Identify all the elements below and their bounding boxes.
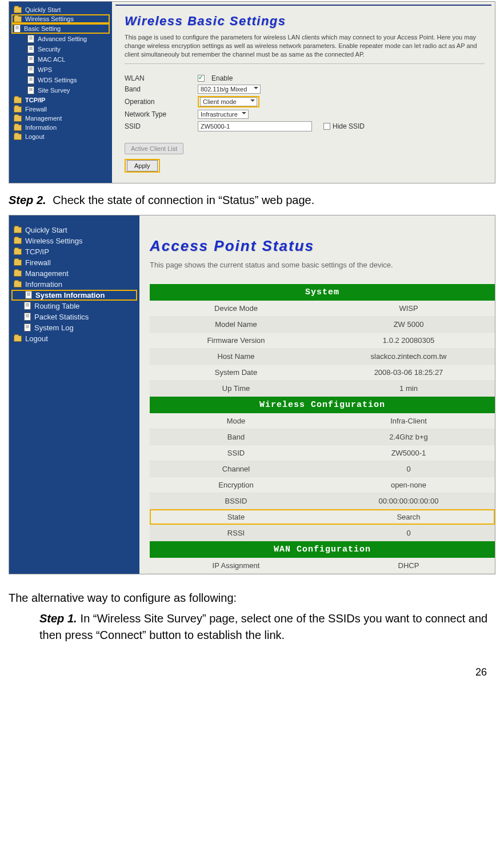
ssid-label: SSID bbox=[125, 122, 193, 130]
nav-tcpip[interactable]: TCP/IP bbox=[11, 246, 137, 257]
network-type-row: Network Type Infrastructure bbox=[125, 109, 485, 120]
nav-management[interactable]: Management bbox=[11, 114, 110, 123]
sidebar-nav: Quickly Start Wireless Settings TCP/IP F… bbox=[9, 215, 139, 574]
status-table: SystemDevice ModeWISPModel NameZW 5000Fi… bbox=[150, 284, 495, 574]
folder-icon bbox=[14, 259, 22, 266]
page-icon bbox=[27, 35, 34, 43]
page-icon bbox=[24, 313, 31, 321]
status-value: 1.0.2 20080305 bbox=[322, 332, 495, 348]
wlan-enable-checkbox[interactable] bbox=[198, 75, 205, 82]
nav-wireless-settings[interactable]: Wireless Settings bbox=[11, 14, 110, 23]
status-value: 2.4Ghz b+g bbox=[322, 429, 495, 445]
page-icon bbox=[24, 302, 31, 310]
page-icon bbox=[24, 323, 31, 331]
folder-icon bbox=[14, 7, 22, 13]
page-icon bbox=[27, 86, 34, 94]
folder-icon bbox=[14, 270, 22, 277]
nav-routing-table[interactable]: Routing Table bbox=[11, 301, 137, 311]
folder-icon bbox=[14, 115, 22, 122]
band-row: Band 802.11b/g Mixed bbox=[125, 83, 485, 95]
operation-label: Operation bbox=[125, 98, 193, 106]
band-label: Band bbox=[125, 85, 193, 93]
nav-tcpip[interactable]: TCP/IP bbox=[11, 95, 110, 105]
page-icon bbox=[25, 291, 32, 299]
status-key: Channel bbox=[150, 461, 322, 477]
nav-mac-acl[interactable]: MAC ACL bbox=[11, 54, 110, 65]
page-icon bbox=[27, 66, 34, 74]
nav-firewall[interactable]: Firewall bbox=[11, 105, 110, 114]
band-select[interactable]: 802.11b/g Mixed bbox=[198, 85, 261, 94]
page-icon bbox=[27, 45, 34, 53]
network-type-select[interactable]: Infrastructure bbox=[198, 110, 249, 119]
nav-information[interactable]: Information bbox=[11, 279, 137, 290]
status-key: Firmware Version bbox=[150, 332, 322, 348]
section-header: System bbox=[150, 284, 495, 301]
nav-basic-setting[interactable]: Basic Setting bbox=[11, 23, 110, 34]
hide-ssid-label: Hide SSID bbox=[333, 122, 365, 130]
status-value: WISP bbox=[322, 301, 495, 317]
page-title: Access Point Status bbox=[150, 237, 495, 255]
folder-icon bbox=[14, 134, 22, 140]
status-value: Search bbox=[322, 509, 495, 525]
nav-management[interactable]: Management bbox=[11, 268, 137, 279]
status-key: State bbox=[150, 509, 322, 525]
apply-button[interactable]: Apply bbox=[127, 160, 158, 171]
step1: Step 1.In “Wireless Site Survey” page, s… bbox=[39, 610, 495, 644]
nav-site-survey[interactable]: Site Survey bbox=[11, 85, 110, 95]
nav-wps[interactable]: WPS bbox=[11, 65, 110, 75]
status-key: Encryption bbox=[150, 477, 322, 493]
status-key: RSSI bbox=[150, 525, 322, 541]
nav-wireless-settings[interactable]: Wireless Settings bbox=[11, 235, 137, 246]
section-header: Wireless Configuration bbox=[150, 396, 495, 413]
status-value: 0 bbox=[322, 525, 495, 541]
folder-icon bbox=[14, 238, 22, 244]
step1-text: In “Wireless Site Survey” page, select o… bbox=[39, 612, 487, 641]
folder-icon bbox=[14, 249, 22, 255]
nav-firewall[interactable]: Firewall bbox=[11, 257, 137, 268]
nav-advanced-setting[interactable]: Advanced Setting bbox=[11, 34, 110, 44]
status-value: 0 bbox=[322, 461, 495, 477]
nav-packet-statistics[interactable]: Packet Statistics bbox=[11, 311, 137, 322]
status-value: slackco.zintech.com.tw bbox=[322, 348, 495, 364]
status-key: Band bbox=[150, 429, 322, 445]
main-content: Wireless Basic Settings This page is use… bbox=[112, 2, 495, 183]
nav-logout[interactable]: Logout bbox=[11, 333, 137, 344]
status-value: Infra-Client bbox=[322, 413, 495, 429]
folder-icon bbox=[14, 106, 22, 113]
nav-logout[interactable]: Logout bbox=[11, 132, 110, 141]
ssid-row: SSID ZW5000-1 Hide SSID bbox=[125, 120, 485, 133]
status-value: ZW 5000 bbox=[322, 316, 495, 332]
operation-select[interactable]: Client mode bbox=[200, 97, 257, 106]
access-point-status-screenshot: Quickly Start Wireless Settings TCP/IP F… bbox=[9, 215, 495, 574]
active-client-list-button[interactable]: Active Client List bbox=[125, 143, 183, 154]
folder-icon bbox=[14, 335, 22, 342]
step1-label: Step 1. bbox=[39, 612, 77, 625]
nav-wds-settings[interactable]: WDS Settings bbox=[11, 75, 110, 85]
alternative-text: The alternative way to configure as foll… bbox=[9, 592, 495, 605]
status-value: 1 min bbox=[322, 380, 495, 396]
folder-icon bbox=[14, 16, 22, 22]
status-key: IP Assignment bbox=[150, 558, 322, 574]
main-content: Access Point Status This page shows the … bbox=[139, 215, 495, 574]
nav-security[interactable]: Security bbox=[11, 44, 110, 54]
hide-ssid-checkbox[interactable] bbox=[323, 123, 330, 130]
status-value: 2008-03-06 18:25:27 bbox=[322, 364, 495, 380]
nav-information[interactable]: Information bbox=[11, 123, 110, 132]
wlan-enable-label: Enable bbox=[211, 74, 233, 82]
nav-system-information[interactable]: System Information bbox=[11, 290, 137, 301]
nav-quickly-start[interactable]: Quickly Start bbox=[11, 225, 137, 235]
status-key: SSID bbox=[150, 445, 322, 461]
status-key: Model Name bbox=[150, 316, 322, 332]
page-number: 26 bbox=[0, 644, 504, 684]
sidebar-nav: Quickly Start Wireless Settings Basic Se… bbox=[9, 2, 112, 183]
folder-icon bbox=[14, 227, 22, 233]
step2: Step 2. Check the state of connection in… bbox=[9, 194, 495, 207]
wlan-row: WLAN Enable bbox=[125, 73, 485, 83]
nav-system-log[interactable]: System Log bbox=[11, 322, 137, 333]
folder-icon bbox=[14, 125, 22, 131]
page-description: This page is used to configure the param… bbox=[125, 33, 485, 59]
operation-row: Operation Client mode bbox=[125, 95, 485, 109]
ssid-input[interactable]: ZW5000-1 bbox=[198, 121, 312, 131]
page-icon bbox=[14, 25, 21, 33]
nav-quickly-start[interactable]: Quickly Start bbox=[11, 5, 110, 14]
